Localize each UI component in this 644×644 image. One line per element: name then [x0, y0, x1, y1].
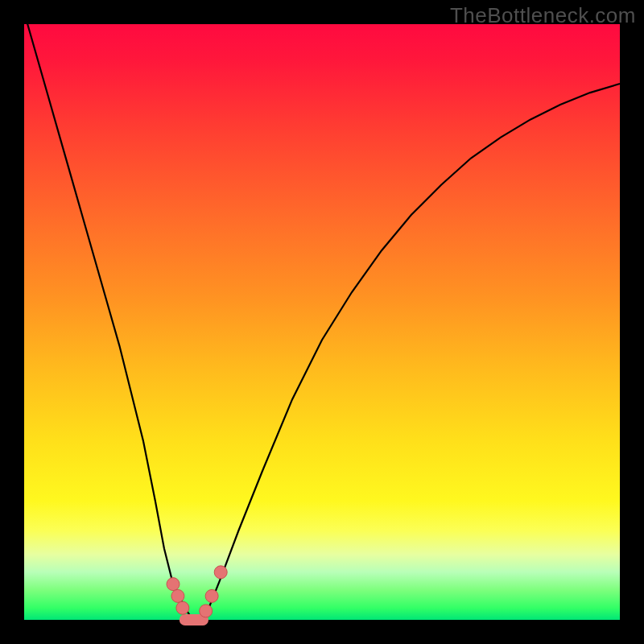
marker-group — [167, 566, 227, 620]
svg-point-1 — [167, 578, 180, 591]
chart-frame: TheBottleneck.com — [0, 0, 644, 644]
svg-point-4 — [200, 605, 213, 617]
svg-point-2 — [171, 589, 184, 602]
svg-point-5 — [205, 589, 218, 602]
svg-point-3 — [176, 601, 189, 614]
plot-area — [24, 24, 620, 620]
bottleneck-curve — [24, 24, 620, 620]
watermark-text: TheBottleneck.com — [450, 3, 636, 28]
svg-point-6 — [214, 566, 227, 579]
